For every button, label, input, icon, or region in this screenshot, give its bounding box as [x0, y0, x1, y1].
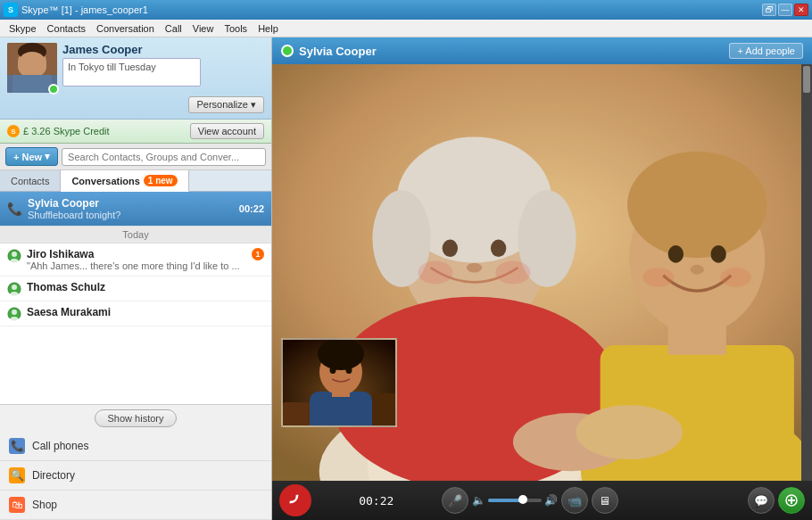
shop-label: Shop — [32, 499, 57, 511]
personalize-button[interactable]: Personalize ▾ — [188, 96, 264, 113]
end-call-button[interactable] — [279, 484, 311, 516]
call-contact-name: Sylvia Cooper — [299, 45, 377, 58]
svg-rect-53 — [372, 393, 397, 427]
credit-label: £ 3.26 Skype Credit — [23, 126, 110, 136]
shop-icon: 🛍 — [9, 497, 25, 513]
list-item[interactable]: Saesa Murakami — [0, 301, 271, 326]
call-timer: 00:22 — [315, 494, 438, 508]
directory-icon: 🔍 — [9, 467, 25, 483]
call-header-left: Sylvia Cooper — [281, 45, 377, 58]
active-conv-name: Sylvia Cooper — [28, 197, 120, 210]
volume-max-icon: 🔊 — [544, 494, 558, 507]
screen-share-button[interactable]: 🖥 — [592, 487, 618, 514]
call-status-icon — [281, 45, 294, 57]
new-button[interactable]: + New ▾ — [5, 147, 58, 166]
search-input[interactable] — [62, 148, 266, 166]
svg-rect-52 — [283, 402, 310, 427]
contact-status-icon — [7, 249, 21, 263]
conversation-list: 📞 Sylvia Cooper Shuffleboard tonight? 00… — [0, 192, 271, 404]
profile-info: James Cooper In Tokyo till Tuesday — [62, 43, 264, 87]
video-area — [272, 64, 812, 481]
tab-contacts[interactable]: Contacts — [0, 170, 61, 191]
conversations-badge: 1 new — [144, 175, 178, 186]
video-scrollbar[interactable] — [801, 64, 812, 481]
list-item[interactable]: Thomas Schulz — [0, 277, 271, 301]
new-icon: + — [13, 152, 19, 162]
svg-point-11 — [12, 285, 17, 290]
menu-view[interactable]: View — [187, 20, 220, 37]
credits-bar: S £ 3.26 Skype Credit View account — [0, 120, 271, 144]
toolbar-row: + New ▾ — [0, 144, 271, 170]
menu-call[interactable]: Call — [160, 20, 187, 37]
menu-help[interactable]: Help — [253, 20, 284, 37]
new-label: New — [21, 152, 42, 162]
main-container: James Cooper In Tokyo till Tuesday Perso… — [0, 37, 812, 520]
list-item[interactable]: Jiro Ishikawa "Ahh James... there's one … — [0, 243, 271, 277]
chat-button[interactable]: 💬 — [748, 487, 775, 514]
date-divider: Today — [0, 226, 271, 243]
scrollbar-thumb[interactable] — [803, 66, 810, 93]
new-dropdown-icon: ▾ — [45, 151, 50, 162]
svg-point-3 — [18, 43, 46, 61]
contact-info: Jiro Ishikawa "Ahh James... there's one … — [27, 248, 246, 271]
call-phones-button[interactable]: 📞 Call phones — [0, 432, 271, 461]
view-account-button[interactable]: View account — [190, 123, 264, 139]
status-message[interactable]: In Tokyo till Tuesday — [62, 58, 201, 87]
volume-knob[interactable] — [518, 495, 527, 504]
left-panel: James Cooper In Tokyo till Tuesday Perso… — [0, 37, 272, 520]
tab-contacts-label: Contacts — [11, 176, 49, 186]
title-bar-buttons: 🗗 — ✕ — [762, 4, 808, 16]
app-icon: S — [4, 3, 18, 17]
restore-button[interactable]: 🗗 — [762, 4, 776, 16]
active-conv-preview: Shuffleboard tonight? — [28, 210, 120, 220]
microphone-button[interactable]: 🎤 — [442, 487, 468, 514]
svg-point-5 — [36, 59, 39, 63]
credit-icon: S — [7, 125, 20, 137]
right-panel: Sylvia Cooper + Add people — [272, 37, 812, 520]
svg-point-8 — [12, 252, 17, 257]
shop-button[interactable]: 🛍 Shop — [0, 491, 271, 520]
self-view — [281, 338, 397, 427]
show-history-button[interactable]: Show history — [95, 409, 178, 427]
contact-preview: "Ahh James... there's one more thing I'd… — [27, 260, 246, 271]
menu-contacts[interactable]: Contacts — [42, 20, 91, 37]
video-toggle-button[interactable]: 📹 — [561, 487, 588, 514]
menu-conversation[interactable]: Conversation — [91, 20, 160, 37]
tabs-row: Contacts Conversations 1 new — [0, 170, 271, 192]
credits-text: S £ 3.26 Skype Credit — [7, 125, 110, 137]
tab-conversations-label: Conversations — [71, 176, 139, 186]
main-video — [272, 64, 812, 481]
active-conversation-item[interactable]: 📞 Sylvia Cooper Shuffleboard tonight? 00… — [0, 192, 271, 226]
personalize-row: Personalize ▾ — [7, 96, 264, 113]
add-people-button[interactable]: + Add people — [729, 43, 803, 59]
menu-bar: Skype Contacts Conversation Call View To… — [0, 20, 812, 37]
tab-conversations[interactable]: Conversations 1 new — [61, 170, 188, 192]
title-bar: S Skype™ [1] - james_cooper1 🗗 — ✕ — [0, 0, 812, 20]
active-conv-left: 📞 Sylvia Cooper Shuffleboard tonight? — [7, 197, 120, 220]
active-conv-info: Sylvia Cooper Shuffleboard tonight? — [28, 197, 120, 220]
contact-info: Thomas Schulz — [27, 281, 264, 293]
volume-slider[interactable] — [488, 499, 542, 502]
contact-name: Thomas Schulz — [27, 281, 264, 293]
avatar-container — [7, 43, 57, 93]
add-contact-button[interactable] — [778, 487, 805, 514]
status-indicator — [48, 84, 59, 95]
close-button[interactable]: ✕ — [794, 4, 808, 16]
contact-status-icon — [7, 282, 21, 296]
end-call-icon — [287, 492, 303, 508]
directory-button[interactable]: 🔍 Directory — [0, 461, 271, 491]
contact-name: Saesa Murakami — [27, 306, 264, 318]
call-phones-label: Call phones — [32, 440, 88, 452]
volume-control: 🔈 🔊 — [472, 494, 558, 507]
volume-icon: 🔈 — [472, 494, 485, 507]
profile-name: James Cooper — [62, 43, 264, 56]
call-phones-icon: 📞 — [9, 438, 25, 454]
call-header: Sylvia Cooper + Add people — [272, 37, 812, 64]
minimize-button[interactable]: — — [778, 4, 792, 16]
svg-point-4 — [25, 59, 29, 63]
svg-point-50 — [330, 367, 336, 374]
show-history-row: Show history — [0, 405, 271, 432]
call-controls: 00:22 🎤 🔈 🔊 📹 🖥 💬 — [272, 481, 812, 520]
menu-skype[interactable]: Skype — [4, 20, 42, 37]
menu-tools[interactable]: Tools — [219, 20, 253, 37]
